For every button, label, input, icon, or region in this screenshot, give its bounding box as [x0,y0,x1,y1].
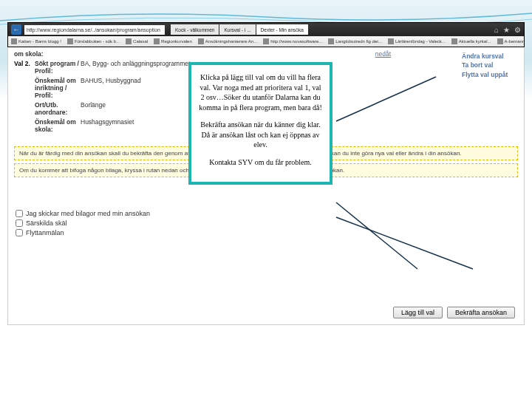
bookmark-item[interactable]: Ansökningshanterare An... [198,38,257,44]
url-input[interactable]: http://www.regiondalarna.se/../ansokan/p… [24,25,165,35]
bookmark-item[interactable]: Lärlärenförslag - Valeck... [388,38,446,44]
checkbox-row[interactable]: Jag skickar med bilagor med min ansökan [16,210,150,217]
move-up-link[interactable]: Flytta val uppåt [462,72,517,78]
bookmark-icon [11,38,17,44]
bookmark-item[interactable]: Förslabboken - sök b... [67,38,120,44]
bookmark-icon [328,38,334,44]
browser-tab[interactable]: Kursval - i ... [219,24,255,35]
bookmark-item[interactable]: http://www.novasoftware... [263,38,322,44]
checkbox-group: Jag skickar med bilagor med min ansökan … [16,210,150,239]
address-bar: ← http://www.regiondalarna.se/../ansokan… [8,23,524,36]
scroll-down-link[interactable]: nedåt [375,50,391,58]
bookmark-icon [388,38,394,44]
back-button[interactable]: ← [11,24,21,35]
browser-tab[interactable]: Kock - välkommen [171,24,219,35]
checkbox-row[interactable]: Särskilda skäl [16,219,150,227]
bookmark-icon [67,38,73,44]
checkbox-row[interactable]: Flyttanmälan [16,229,150,236]
checkbox-label: Flyttanmälan [26,229,64,236]
bookmark-item[interactable]: Katten - Barns blogg ! [11,38,61,44]
add-choice-button[interactable]: Lägg till val [393,307,443,318]
star-icon[interactable]: ★ [503,26,510,34]
bookmark-bar: Katten - Barns blogg ! Förslabboken - sö… [8,36,524,47]
field-value: Hushagsgymnasiet [81,118,199,133]
field-label: Önskemål om inriktning / Profil: [35,77,81,99]
special-reasons-checkbox[interactable] [16,219,23,227]
instruction-callout: Klicka på lägg till val om du vill ha fl… [188,62,332,185]
field-value: BAHUS, Husbyggnad [81,77,199,99]
form-row-skola-top: om skola: [14,50,518,58]
browser-tab[interactable]: Dexter - Min ansöka [256,24,308,35]
bookmark-item[interactable]: A-bemannadkurskarpe... [497,38,524,44]
browser-chrome: ← http://www.regiondalarna.se/../ansokan… [7,22,525,47]
bookmark-item[interactable]: Calasal [126,38,148,44]
callout-text: Bekräfta ansökan när du känner dig klar.… [197,120,324,150]
field-label: Önskemål om skola: [35,118,81,133]
change-course-link[interactable]: Ändra kursval [462,53,517,60]
bookmark-item[interactable]: Regionkurvalen [154,38,192,44]
bookmark-icon [126,38,132,44]
field-value: Borlänge [81,101,199,116]
window-controls: ⌂ ★ ⚙ [494,26,521,34]
bookmark-icon [451,38,457,44]
field-label: Sökt program / Profil: [35,60,81,75]
side-action-links: Ändra kursval Ta bort val Flytta val upp… [462,53,517,81]
bookmark-item[interactable]: Aktuella kyrkal... [451,38,491,44]
action-buttons: Lägg till val Bekräfta ansökan [393,307,515,318]
checkbox-label: Särskilda skäl [26,219,67,227]
bookmark-icon [263,38,269,44]
bookmark-item[interactable]: Langtidsutredn fig det... [328,38,382,44]
callout-text: Kontakta SYV om du får problem. [197,157,324,168]
bookmark-icon [198,38,204,44]
callout-text: Klicka på lägg till val om du vill ha fl… [197,72,324,112]
field-label: Ort/Utb. anordnare: [35,101,81,116]
choice-number: Val 2. [14,60,35,75]
gear-icon[interactable]: ⚙ [514,26,521,34]
browser-tabs: Kock - välkommen Kursval - i ... Dexter … [171,24,308,35]
attachments-checkbox[interactable] [16,210,23,217]
field-value: BA, Bygg- och anläggningsprogrammet [81,60,199,75]
bookmark-icon [497,38,503,44]
confirm-application-button[interactable]: Bekräfta ansökan [447,307,515,318]
bookmark-icon [154,38,160,44]
home-icon[interactable]: ⌂ [494,26,499,34]
remove-choice-link[interactable]: Ta bort val [462,62,517,69]
checkbox-label: Jag skickar med bilagor med min ansökan [26,210,150,217]
move-notice-checkbox[interactable] [16,229,23,236]
field-label: om skola: [14,50,73,58]
